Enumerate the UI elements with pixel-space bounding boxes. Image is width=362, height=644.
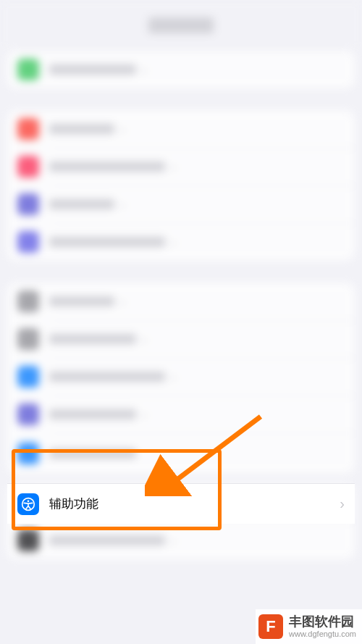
chevron-right-icon: › (120, 196, 125, 213)
row-label (49, 448, 136, 459)
list-item[interactable]: › (7, 148, 355, 185)
chevron-right-icon: › (171, 234, 176, 251)
generic-icon (17, 443, 39, 464)
accessibility-icon (17, 493, 39, 515)
watermark-url: www.dgfengtu.com (289, 630, 356, 638)
blurred-background: › › › › › (0, 0, 362, 559)
list-item[interactable]: › (7, 223, 355, 261)
row-label (49, 237, 165, 247)
list-item[interactable]: › (7, 320, 355, 358)
watermark: F 丰图软件园 www.dgfengtu.com (256, 609, 362, 644)
chevron-right-icon: › (142, 406, 147, 423)
accessibility-label: 辅助功能 (49, 495, 334, 512)
row-label (49, 535, 165, 545)
section-1: › (7, 51, 355, 88)
chevron-right-icon: › (120, 293, 125, 310)
list-item[interactable]: › (7, 358, 355, 396)
generic-icon (17, 403, 39, 425)
generic-icon (17, 366, 39, 388)
generic-icon (17, 193, 39, 215)
chevron-right-icon: › (171, 159, 176, 175)
list-item[interactable]: › (7, 283, 355, 320)
list-item[interactable] (7, 433, 355, 474)
chevron-right-icon: › (340, 495, 345, 512)
svg-point-1 (28, 500, 30, 502)
chevron-right-icon: › (142, 331, 147, 348)
battery-icon (17, 59, 39, 80)
generic-icon (17, 156, 39, 177)
list-item[interactable]: › (7, 522, 355, 559)
row-label (49, 64, 136, 75)
settings-screen: › › › › › (0, 0, 362, 644)
generic-icon (17, 328, 39, 350)
generic-icon (17, 231, 39, 253)
row-label (49, 334, 136, 344)
chevron-right-icon: › (171, 532, 176, 549)
row-label (49, 162, 165, 172)
list-item[interactable]: › (7, 185, 355, 223)
list-item[interactable]: › (7, 51, 355, 88)
watermark-title: 丰图软件园 (289, 615, 356, 630)
row-label (49, 199, 114, 209)
generic-icon (17, 290, 39, 312)
generic-icon (17, 530, 39, 551)
watermark-logo: F (258, 614, 283, 639)
generic-icon (17, 118, 39, 140)
header (0, 0, 362, 51)
row-label (49, 296, 114, 306)
row-label (49, 124, 114, 134)
row-label (49, 372, 165, 382)
chevron-right-icon: › (120, 121, 125, 138)
chevron-right-icon: › (171, 369, 176, 385)
list-item[interactable]: › (7, 110, 355, 148)
section-3: › › › › (7, 283, 355, 474)
chevron-right-icon: › (142, 62, 147, 78)
section-2: › › › › (7, 110, 355, 261)
accessibility-row[interactable]: 辅助功能 › (7, 483, 355, 524)
row-label (49, 409, 136, 419)
page-title (148, 17, 214, 33)
list-item[interactable]: › (7, 396, 355, 433)
